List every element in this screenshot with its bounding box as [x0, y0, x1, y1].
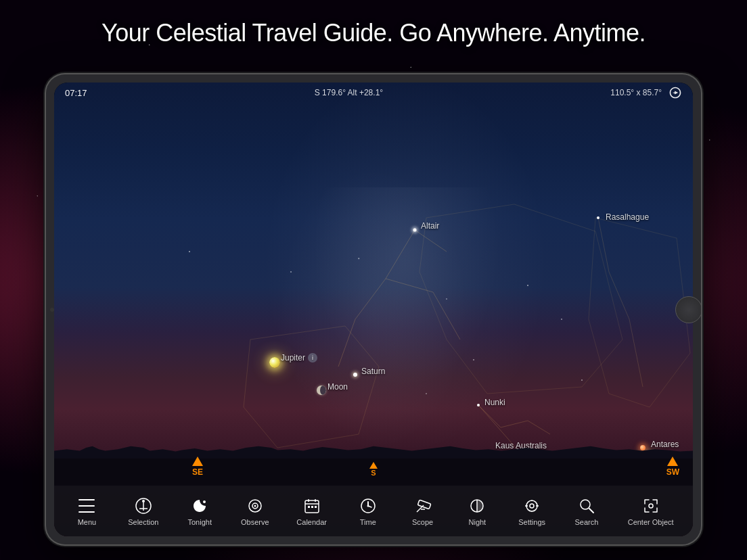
direction-s: S	[369, 462, 378, 477]
svg-point-21	[142, 500, 145, 503]
scope-label: Scope	[412, 518, 433, 526]
night-icon	[468, 496, 486, 515]
label-rasalhague: Rasalhague	[606, 212, 649, 222]
toolbar-search[interactable]: Search	[566, 492, 607, 530]
tonight-icon	[190, 496, 209, 515]
svg-point-27	[254, 505, 256, 507]
ipad-screen: 07:17 S 179.6° Alt +28.1° 110.5° x 85.7°	[54, 83, 693, 536]
tonight-label: Tonight	[187, 518, 211, 526]
star-bg-4	[561, 319, 562, 320]
time-label: Time	[360, 518, 376, 526]
label-saturn: Saturn	[361, 367, 385, 376]
star-bg-2	[290, 271, 292, 273]
star-bg-8	[426, 393, 427, 394]
svg-rect-17	[78, 499, 95, 500]
label-nunki: Nunki	[484, 398, 505, 407]
label-jupiter: Jupiter i	[281, 353, 317, 363]
toolbar-calendar[interactable]: Calendar	[290, 492, 334, 530]
sky-view[interactable]: 07:17 S 179.6° Alt +28.1° 110.5° x 85.7°	[54, 83, 693, 536]
planet-saturn[interactable]	[353, 373, 357, 377]
star-bg-5	[446, 298, 447, 300]
settings-label: Settings	[518, 518, 545, 526]
search-icon	[577, 496, 596, 515]
calendar-label: Calendar	[296, 518, 327, 526]
svg-rect-34	[315, 506, 317, 508]
tagline: Your Celestial Travel Guide. Go Anywhere…	[0, 19, 747, 47]
sw-label: SW	[666, 467, 679, 477]
direction-se: SE	[192, 457, 203, 477]
toolbar-time[interactable]: Time	[348, 492, 388, 530]
search-label: Search	[574, 518, 598, 526]
ipad-camera	[50, 308, 54, 312]
status-coords: S 179.6° Alt +28.1°	[315, 88, 383, 97]
label-altair: Altair	[421, 221, 439, 231]
horizon	[54, 431, 693, 486]
toolbar-observe[interactable]: Observe	[234, 492, 276, 530]
observe-icon	[246, 496, 265, 515]
star-bg-3	[527, 285, 528, 286]
toolbar: Menu Selection	[54, 486, 693, 536]
time-icon	[359, 496, 378, 515]
night-label: Night	[469, 518, 486, 526]
menu-label: Menu	[78, 518, 97, 526]
horizon-silhouette	[54, 429, 693, 460]
selection-icon	[134, 496, 153, 515]
sw-arrow	[667, 457, 678, 466]
svg-line-41	[417, 509, 420, 512]
svg-point-24	[203, 500, 206, 503]
svg-point-47	[530, 504, 534, 508]
se-arrow	[192, 457, 203, 466]
status-time: 07:17	[65, 88, 87, 98]
star-bg-7	[473, 359, 474, 360]
center-object-label: Center Object	[628, 518, 674, 526]
svg-rect-39	[417, 500, 431, 509]
s-arrow	[369, 462, 378, 469]
jupiter-info-icon[interactable]: i	[308, 353, 317, 363]
se-label: SE	[192, 467, 203, 477]
svg-line-49	[589, 509, 593, 513]
star-rasalhague	[597, 216, 599, 219]
settings-icon	[522, 496, 541, 515]
svg-point-50	[649, 504, 653, 508]
planet-jupiter[interactable]	[269, 357, 280, 368]
ipad-frame: 07:17 S 179.6° Alt +28.1° 110.5° x 85.7°	[46, 74, 701, 544]
toolbar-scope[interactable]: Scope	[403, 492, 443, 530]
svg-rect-18	[78, 505, 95, 507]
star-nunki	[477, 404, 480, 406]
toolbar-selection[interactable]: Selection	[121, 492, 165, 530]
s-label: S	[371, 469, 376, 477]
status-bar: 07:17 S 179.6° Alt +28.1° 110.5° x 85.7°	[54, 83, 693, 103]
scope-icon	[413, 496, 432, 515]
toolbar-tonight[interactable]: Tonight	[179, 492, 220, 530]
center-object-icon	[641, 496, 660, 515]
label-moon: Moon	[327, 382, 348, 392]
svg-point-48	[581, 500, 590, 509]
star-altair	[413, 229, 417, 232]
star-bg-1	[189, 251, 190, 252]
direction-sw: SW	[666, 457, 679, 477]
toolbar-center-object[interactable]: Center Object	[621, 492, 681, 530]
toolbar-menu[interactable]: Menu	[66, 492, 107, 530]
toolbar-settings[interactable]: Settings	[512, 492, 552, 530]
selection-label: Selection	[128, 518, 158, 526]
toolbar-night[interactable]: Night	[457, 492, 497, 530]
svg-rect-33	[311, 506, 313, 508]
status-fov: 110.5° x 85.7°	[610, 88, 662, 97]
star-bg-9	[581, 379, 583, 381]
svg-rect-19	[78, 511, 95, 513]
menu-icon	[77, 496, 96, 515]
calendar-icon	[302, 496, 321, 515]
ipad-home-button[interactable]	[675, 296, 701, 323]
moon[interactable]	[317, 386, 326, 395]
observe-label: Observe	[241, 518, 269, 526]
svg-rect-32	[308, 506, 310, 508]
svg-point-38	[367, 505, 369, 507]
status-right: 110.5° x 85.7°	[610, 86, 682, 99]
star-bg-6	[358, 258, 359, 259]
compass-icon[interactable]	[669, 86, 682, 99]
